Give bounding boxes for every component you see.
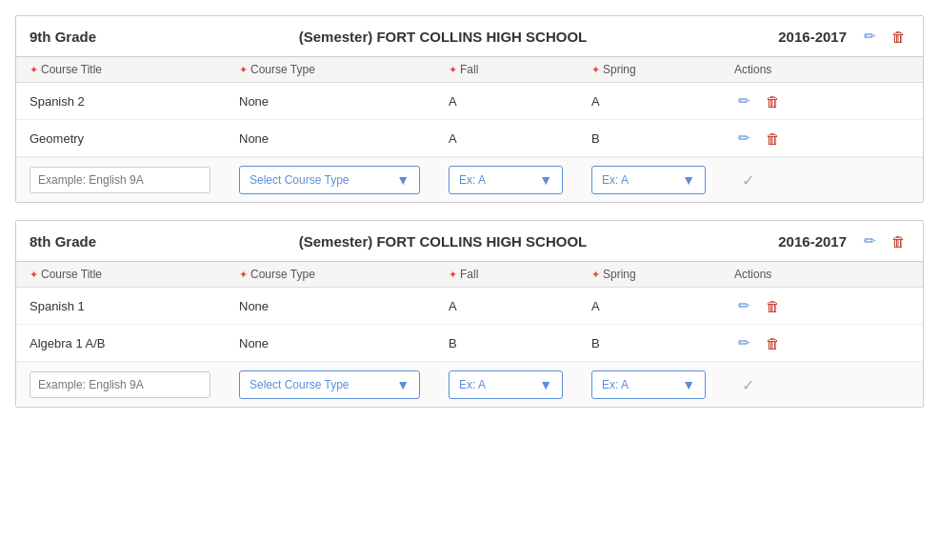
confirm-check-section-9th[interactable]: ✓ <box>742 171 829 190</box>
edit-row-button-section-9th-1[interactable]: ✏ <box>734 128 754 149</box>
delete-row-button-section-9th-0[interactable]: 🗑 <box>762 90 784 111</box>
edit-row-button-section-8th-0[interactable]: ✏ <box>734 295 754 316</box>
section-card-section-9th: 9th Grade(Semester) FORT COLLINS HIGH SC… <box>15 15 924 203</box>
course-type-dropdown-section-9th[interactable]: Select Course Type▼ <box>239 166 420 194</box>
col-header-actions-section-8th: Actions <box>734 268 829 281</box>
edit-section-button-section-8th[interactable]: ✏ <box>860 230 880 251</box>
section-header-section-9th: 9th Grade(Semester) FORT COLLINS HIGH SC… <box>16 16 923 57</box>
fall-label-section-9th: Ex: A <box>459 173 486 187</box>
grade-label-section-9th: 9th Grade <box>30 29 115 45</box>
col-header-fall-section-8th: ✦Fall <box>449 268 591 281</box>
section-header-section-8th: 8th Grade(Semester) FORT COLLINS HIGH SC… <box>16 221 923 262</box>
cell-type-section-9th-1: None <box>239 131 449 146</box>
cell-spring-section-8th-0: A <box>591 299 734 313</box>
cell-spring-section-9th-1: B <box>591 131 734 146</box>
edit-row-button-section-9th-0[interactable]: ✏ <box>734 90 754 111</box>
fall-dropdown-section-9th[interactable]: Ex: A▼ <box>449 166 563 194</box>
header-actions-section-9th: ✏🗑 <box>860 26 909 47</box>
course-type-dropdown-section-8th[interactable]: Select Course Type▼ <box>239 370 420 399</box>
spring-label-section-8th: Ex: A <box>602 378 629 391</box>
row-actions-section-8th-0: ✏🗑 <box>734 295 829 316</box>
delete-section-button-section-8th[interactable]: 🗑 <box>888 231 909 251</box>
course-title-input-section-9th[interactable] <box>30 167 210 193</box>
delete-row-button-section-8th-0[interactable]: 🗑 <box>762 295 784 316</box>
table-row-section-9th-0: Spanish 2NoneAA✏🗑 <box>16 83 923 120</box>
col-label-text-spring-section-9th: Spring <box>603 63 636 76</box>
col-header-course_title-section-9th: ✦Course Title <box>30 63 239 76</box>
course-title-input-section-8th[interactable] <box>30 371 210 398</box>
col-header-course_type-section-9th: ✦Course Type <box>239 63 449 76</box>
delete-section-button-section-9th[interactable]: 🗑 <box>888 27 909 47</box>
col-header-fall-section-9th: ✦Fall <box>449 63 591 76</box>
school-label-section-9th: (Semester) FORT COLLINS HIGH SCHOOL <box>115 29 770 45</box>
course-type-label-section-9th: Select Course Type <box>250 173 350 187</box>
spring-chevron-icon-section-9th: ▼ <box>682 172 695 188</box>
spring-chevron-icon-section-8th: ▼ <box>682 377 695 392</box>
table-row-section-9th-1: GeometryNoneAB✏🗑 <box>16 120 923 157</box>
spring-dropdown-section-9th[interactable]: Ex: A▼ <box>591 166 706 194</box>
required-star-course_title-section-8th: ✦ <box>30 269 38 281</box>
edit-row-button-section-8th-1[interactable]: ✏ <box>734 332 754 353</box>
cell-spring-section-9th-0: A <box>591 94 734 109</box>
table-row-section-8th-0: Spanish 1NoneAA✏🗑 <box>16 288 923 325</box>
cell-title-section-8th-1: Algebra 1 A/B <box>30 336 239 350</box>
col-header-spring-section-9th: ✦Spring <box>591 63 734 76</box>
cell-fall-section-8th-1: B <box>449 336 591 350</box>
cell-fall-section-9th-1: A <box>449 131 591 146</box>
fall-dropdown-section-8th[interactable]: Ex: A▼ <box>449 370 563 399</box>
col-label-text-actions-section-9th: Actions <box>734 63 771 76</box>
col-label-text-course_title-section-9th: Course Title <box>41 63 102 76</box>
course-type-chevron-icon-section-8th: ▼ <box>396 377 410 392</box>
col-header-actions-section-9th: Actions <box>734 63 829 76</box>
delete-row-button-section-8th-1[interactable]: 🗑 <box>762 332 784 353</box>
course-type-chevron-icon-section-9th: ▼ <box>396 172 410 188</box>
cell-title-section-9th-1: Geometry <box>30 131 239 146</box>
row-actions-section-9th-0: ✏🗑 <box>734 90 829 111</box>
table-header-section-9th: ✦Course Title✦Course Type✦Fall✦SpringAct… <box>16 57 923 83</box>
section-card-section-8th: 8th Grade(Semester) FORT COLLINS HIGH SC… <box>15 220 924 408</box>
cell-fall-section-9th-0: A <box>449 94 591 109</box>
cell-fall-section-8th-0: A <box>449 299 591 313</box>
required-star-fall-section-9th: ✦ <box>449 64 457 76</box>
cell-title-section-9th-0: Spanish 2 <box>30 94 239 109</box>
spring-dropdown-section-8th[interactable]: Ex: A▼ <box>591 370 706 399</box>
col-label-text-course_title-section-8th: Course Title <box>41 268 102 281</box>
col-label-text-course_type-section-9th: Course Type <box>250 63 315 76</box>
confirm-check-section-8th[interactable]: ✓ <box>742 376 829 394</box>
edit-section-button-section-9th[interactable]: ✏ <box>860 26 880 47</box>
fall-chevron-icon-section-9th: ▼ <box>539 172 552 188</box>
required-star-course_type-section-9th: ✦ <box>239 64 248 76</box>
col-label-text-actions-section-8th: Actions <box>734 268 771 281</box>
col-header-spring-section-8th: ✦Spring <box>591 268 734 281</box>
col-label-text-fall-section-8th: Fall <box>460 268 478 281</box>
year-label-section-8th: 2016-2017 <box>770 233 847 250</box>
table-header-section-8th: ✦Course Title✦Course Type✦Fall✦SpringAct… <box>16 262 923 288</box>
table-row-section-8th-1: Algebra 1 A/BNoneBB✏🗑 <box>16 325 923 362</box>
col-header-course_title-section-8th: ✦Course Title <box>30 268 239 281</box>
required-star-fall-section-8th: ✦ <box>449 269 457 281</box>
row-actions-section-8th-1: ✏🗑 <box>734 332 829 353</box>
col-header-course_type-section-8th: ✦Course Type <box>239 268 449 281</box>
fall-chevron-icon-section-8th: ▼ <box>539 377 552 392</box>
input-row-section-9th: Select Course Type▼Ex: A▼Ex: A▼✓ <box>16 157 923 202</box>
grade-label-section-8th: 8th Grade <box>30 233 115 250</box>
spring-label-section-9th: Ex: A <box>602 173 629 187</box>
cell-type-section-8th-0: None <box>239 299 449 313</box>
cell-spring-section-8th-1: B <box>591 336 734 350</box>
course-type-label-section-8th: Select Course Type <box>250 378 350 391</box>
col-label-text-fall-section-9th: Fall <box>460 63 478 76</box>
col-label-text-spring-section-8th: Spring <box>603 268 636 281</box>
col-label-text-course_type-section-8th: Course Type <box>250 268 315 281</box>
required-star-course_title-section-9th: ✦ <box>30 64 38 76</box>
row-actions-section-9th-1: ✏🗑 <box>734 128 829 149</box>
header-actions-section-8th: ✏🗑 <box>860 230 909 251</box>
fall-label-section-8th: Ex: A <box>459 378 486 391</box>
school-label-section-8th: (Semester) FORT COLLINS HIGH SCHOOL <box>115 233 770 250</box>
delete-row-button-section-9th-1[interactable]: 🗑 <box>762 128 784 149</box>
required-star-spring-section-8th: ✦ <box>591 269 600 281</box>
required-star-course_type-section-8th: ✦ <box>239 269 248 281</box>
cell-title-section-8th-0: Spanish 1 <box>30 299 239 313</box>
input-row-section-8th: Select Course Type▼Ex: A▼Ex: A▼✓ <box>16 362 923 407</box>
year-label-section-9th: 2016-2017 <box>770 29 847 45</box>
required-star-spring-section-9th: ✦ <box>591 64 600 76</box>
